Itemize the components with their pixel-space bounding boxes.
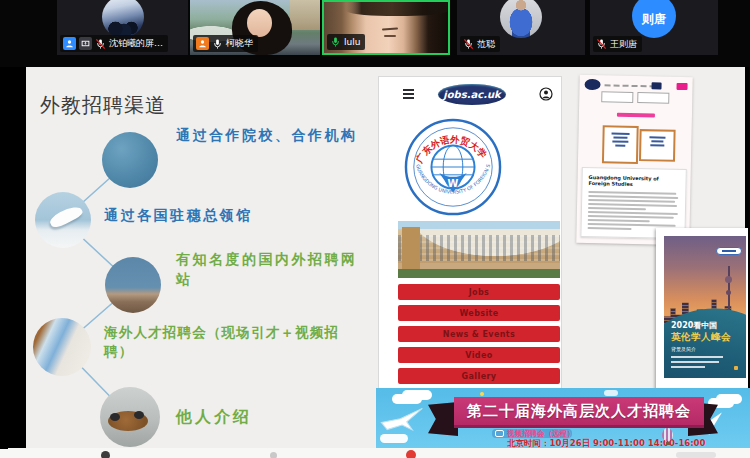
avatar (500, 0, 542, 38)
bullet-overseas-job-fairs: 海外人才招聘会（现场引才＋视频招聘） (104, 323, 350, 361)
participant-nametag: lulu (327, 34, 365, 50)
banner-title-ribbon: 第二十届海外高层次人才招聘会 (454, 397, 704, 428)
participant-tile-wang[interactable]: 则唐 王则唐 (590, 0, 718, 55)
university-emblem: 广东外语外贸大学 GUANGDONG UNIVERSITY OF FOREIGN… (404, 118, 502, 216)
mic-muted-icon (95, 38, 106, 50)
emblem-w-letter: W (448, 178, 459, 189)
meeting-window: 外教招聘渠道 通过合作院校、合作机构 通过各国驻穗总领馆 有知名度的国内外招聘网… (0, 0, 750, 458)
partial-icon (406, 450, 416, 458)
website-screenshot: Guangdong University of Foreign Studies (576, 75, 692, 245)
nav-links (605, 84, 656, 87)
slide-title: 外教招聘渠道 (40, 92, 166, 119)
participant-tile-ke[interactable]: 柯晓华 (190, 0, 320, 55)
bullet-recruitment-websites: 有知名度的国内外招聘网站 (176, 250, 366, 290)
register-button-shape (676, 83, 687, 90)
avatar (102, 0, 144, 38)
headphones-photo-circle (100, 387, 160, 447)
poster-logo (716, 247, 742, 255)
bullet-referrals: 他人介绍 (176, 406, 252, 429)
avatar-initials: 则唐 (632, 0, 676, 38)
exhibitor-card (602, 125, 639, 164)
mic-icon (212, 38, 223, 50)
participant-name: lulu (344, 38, 360, 47)
gallery-button: Gallery (398, 368, 560, 384)
partial-icon (270, 452, 277, 458)
participant-nametag: 王则唐 (593, 36, 642, 52)
card-title: Guangdong University of Foreign Studies (582, 168, 685, 191)
participant-tile-shen[interactable]: 沈铂曦的屏… (57, 0, 188, 55)
sparkle-dot (480, 392, 484, 396)
mountain-photo-circle (105, 257, 161, 313)
participant-nametag: 柯晓华 (193, 35, 258, 52)
taskbar-edge (0, 448, 750, 458)
website-button: Website (398, 305, 560, 321)
summit-poster: 2020看中国 英伦学人峰会 背景及简介 (656, 228, 748, 392)
cloud-shape (716, 394, 742, 404)
participant-tile-lulu-active[interactable]: lulu (322, 0, 450, 55)
bullet-consulates: 通过各国驻穗总领馆 (104, 206, 324, 226)
corner-shadow (0, 440, 8, 449)
campus-building-photo (398, 221, 560, 278)
airplane-icon (377, 398, 427, 441)
screenshare-icon (79, 37, 92, 50)
participant-tile-fan[interactable]: 范聪 (457, 0, 585, 55)
poster-title-line1: 2020看中国 (671, 320, 717, 331)
user-badge-icon (196, 37, 209, 50)
poster-image: 2020看中国 英伦学人峰会 背景及简介 (664, 236, 746, 378)
hamburger-menu-icon (403, 89, 414, 101)
poster-title-line2: 英伦学人峰会 (671, 331, 731, 344)
video-strip: 沈铂曦的屏… 柯晓华 (0, 0, 750, 67)
mic-muted-icon (596, 38, 607, 50)
participant-name: 范聪 (477, 40, 495, 49)
bird-shape (48, 203, 84, 230)
bullet-cooperation-schools: 通过合作院校、合作机构 (176, 126, 358, 146)
exhibitor-card (639, 129, 676, 162)
participant-nametag: 沈铂曦的屏… (60, 35, 168, 52)
headphone-shape (134, 411, 144, 419)
chat-bubble-icon (495, 430, 504, 437)
participant-name: 沈铂曦的屏… (109, 39, 163, 48)
headphone-shape (110, 413, 120, 421)
site-logo (584, 79, 600, 90)
account-icon (539, 86, 553, 105)
participant-name: 柯晓华 (226, 39, 253, 48)
jobs-button: Jobs (398, 284, 560, 300)
jobsacuk-logo: jobs.ac.uk (438, 84, 506, 105)
hot-air-balloon-icon (662, 428, 673, 441)
cloud-shape (604, 390, 618, 396)
user-badge-icon (63, 37, 76, 50)
partial-icon (101, 451, 110, 458)
poster-subtitle: 背景及简介 (671, 346, 696, 352)
video-button: Video (398, 347, 560, 363)
banner-schedule: 北京时间：10月26日 9:00-11:00 14:00-16:00 (507, 438, 705, 448)
nav-highlight (651, 82, 661, 89)
decorative-circle-blue (102, 132, 158, 188)
balloon-basket (666, 442, 670, 445)
search-box-shape (601, 91, 633, 103)
bird-photo-circle (35, 192, 91, 248)
window-photo-circle (33, 318, 91, 376)
participant-name: 王则唐 (610, 40, 637, 49)
section-heading-shape (617, 113, 655, 118)
job-fair-banner: 第二十届海外高层次人才招聘会 视频招聘会（远程） 北京时间：10月26日 9:0… (376, 388, 750, 448)
pearl-tower (728, 266, 730, 310)
search-box-shape (637, 92, 669, 104)
partial-icon (676, 452, 716, 458)
mic-active-icon (330, 36, 341, 48)
phone-screenshot-jobsacuk: jobs.ac.uk 广东外语外贸大学 GUANGDONG UNIVERSITY… (378, 76, 562, 389)
mic-muted-icon (463, 38, 474, 50)
news-events-button: News & Events (398, 326, 560, 342)
participant-nametag: 范聪 (460, 36, 500, 52)
